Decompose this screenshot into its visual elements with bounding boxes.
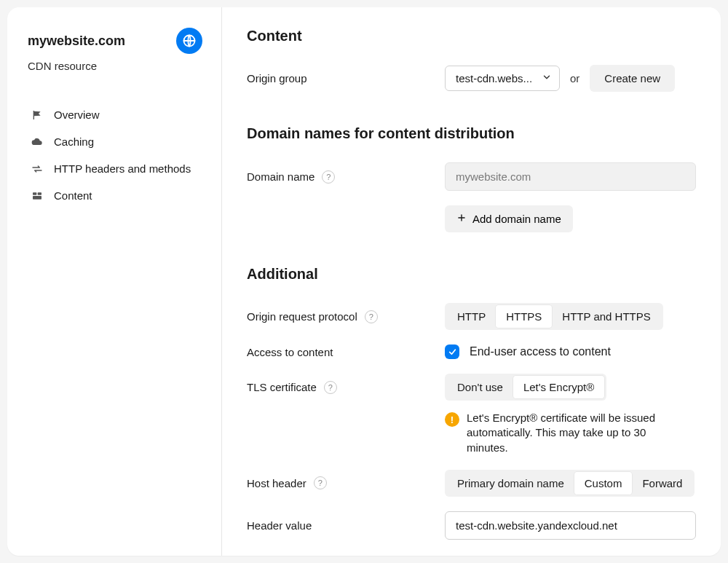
sidebar-item-content[interactable]: Content [28, 182, 210, 209]
blocks-icon [31, 190, 44, 202]
host-option-forward[interactable]: Forward [632, 472, 692, 495]
help-icon[interactable]: ? [324, 381, 337, 394]
sidebar-header: mywebsite.com [28, 28, 210, 54]
resource-subtitle: CDN resource [28, 60, 210, 72]
access-label: Access to content [247, 346, 445, 358]
arrows-icon [31, 163, 44, 175]
host-option-primary[interactable]: Primary domain name [447, 472, 574, 495]
cloud-icon [31, 136, 44, 148]
domain-name-row: Domain name ? [247, 162, 696, 191]
chevron-down-icon [542, 72, 552, 84]
add-domain-row: Add domain name [247, 205, 696, 232]
sidebar-item-label: Overview [54, 109, 100, 121]
access-row: Access to content End-user access to con… [247, 345, 696, 359]
help-icon[interactable]: ? [322, 170, 335, 184]
origin-group-label: Origin group [247, 72, 445, 84]
warning-icon: ! [445, 412, 459, 427]
svg-rect-3 [33, 196, 41, 200]
sidebar-item-label: Content [54, 189, 92, 202]
or-text: or [570, 72, 579, 84]
flag-icon [31, 109, 44, 121]
protocol-option-https[interactable]: HTTPS [496, 305, 552, 328]
header-value-input[interactable] [445, 511, 696, 540]
resource-title: mywebsite.com [28, 34, 125, 49]
svg-rect-1 [33, 192, 36, 194]
sidebar-item-http-headers[interactable]: HTTP headers and methods [28, 155, 210, 182]
tls-option-dont-use[interactable]: Don't use [447, 376, 513, 398]
section-domains-title: Domain names for content distribution [247, 125, 696, 142]
tls-option-letsencrypt[interactable]: Let's Encrypt® [513, 376, 604, 398]
protocol-option-http[interactable]: HTTP [447, 305, 496, 328]
globe-icon [176, 28, 202, 54]
add-domain-button[interactable]: Add domain name [445, 205, 573, 232]
tls-note: Let's Encrypt® certificate will be issue… [467, 411, 670, 455]
tls-row: TLS certificate ? Don't use Let's Encryp… [247, 374, 696, 401]
origin-group-row: Origin group test-cdn.webs... or Create … [247, 65, 696, 92]
access-checkbox[interactable] [445, 345, 459, 359]
sidebar-item-label: Caching [54, 135, 94, 148]
origin-group-value: test-cdn.webs... [456, 72, 532, 84]
tls-label: TLS certificate ? [247, 381, 445, 394]
protocol-segmented: HTTP HTTPS HTTP and HTTPS [445, 303, 663, 330]
domain-name-label: Domain name ? [247, 170, 445, 184]
sidebar-item-label: HTTP headers and methods [54, 162, 191, 175]
host-header-segmented: Primary domain name Custom Forward [445, 470, 695, 497]
origin-group-select[interactable]: test-cdn.webs... [445, 66, 560, 91]
protocol-label: Origin request protocol ? [247, 310, 445, 323]
help-icon[interactable]: ? [365, 310, 378, 323]
domain-name-input [445, 162, 696, 191]
host-header-label: Host header ? [247, 476, 445, 489]
add-domain-label: Add domain name [472, 213, 561, 225]
sidebar: mywebsite.com CDN resource Overview Cach… [7, 7, 222, 556]
host-option-custom[interactable]: Custom [574, 472, 633, 495]
header-value-label: Header value [247, 519, 445, 532]
tls-note-row: ! Let's Encrypt® certificate will be iss… [247, 411, 696, 455]
main-content: Content Origin group test-cdn.webs... or… [222, 7, 721, 556]
header-value-row: Header value [247, 511, 696, 540]
create-new-button[interactable]: Create new [590, 65, 675, 92]
sidebar-item-caching[interactable]: Caching [28, 128, 210, 155]
section-content-title: Content [247, 28, 696, 44]
svg-rect-2 [38, 192, 41, 194]
protocol-option-both[interactable]: HTTP and HTTPS [552, 305, 660, 328]
plus-icon [456, 213, 467, 225]
sidebar-item-overview[interactable]: Overview [28, 101, 210, 128]
section-additional-title: Additional [247, 266, 696, 283]
access-checkbox-label: End-user access to content [470, 345, 611, 358]
cdn-resource-page: mywebsite.com CDN resource Overview Cach… [7, 7, 721, 556]
host-header-row: Host header ? Primary domain name Custom… [247, 470, 696, 497]
protocol-row: Origin request protocol ? HTTP HTTPS HTT… [247, 303, 696, 330]
tls-segmented: Don't use Let's Encrypt® [445, 374, 606, 401]
help-icon[interactable]: ? [314, 476, 327, 489]
